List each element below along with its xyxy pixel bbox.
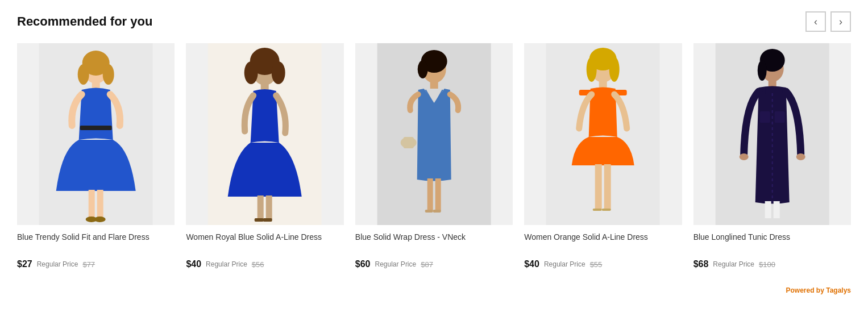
svg-point-47 [757, 60, 766, 81]
product-name-1: Blue Trendy Solid Fit and Flare Dress [17, 232, 175, 255]
product-pricing-4: $40Regular Price$55 [524, 259, 682, 269]
sale-price-1: $27 [17, 259, 32, 269]
section-title: Recommended for you [17, 14, 152, 29]
product-pricing-1: $27Regular Price$77 [17, 259, 175, 269]
product-pricing-2: $40Regular Price$56 [186, 259, 343, 269]
svg-rect-18 [266, 195, 272, 219]
svg-rect-30 [425, 210, 433, 213]
svg-rect-7 [89, 190, 95, 218]
product-image-3 [355, 43, 513, 225]
regular-label-4: Regular Price [544, 260, 585, 268]
product-card-1[interactable]: Blue Trendy Solid Fit and Flare Dress$27… [17, 43, 175, 269]
sale-price-2: $40 [186, 259, 201, 269]
svg-point-4 [103, 64, 114, 85]
next-arrow[interactable]: › [830, 11, 851, 32]
prev-arrow[interactable]: ‹ [805, 11, 826, 32]
svg-rect-27 [404, 137, 414, 148]
svg-rect-8 [97, 190, 103, 218]
svg-point-54 [796, 153, 805, 160]
product-card-4[interactable]: Women Orange Solid A-Line Dress$40Regula… [524, 43, 682, 269]
brand-text: Tagalys [826, 286, 851, 294]
svg-rect-37 [599, 81, 607, 88]
original-price-3: $87 [421, 260, 433, 269]
svg-rect-19 [255, 218, 264, 222]
svg-rect-31 [433, 210, 441, 213]
svg-rect-40 [595, 164, 602, 210]
svg-rect-42 [593, 209, 602, 211]
svg-point-36 [609, 57, 620, 82]
product-name-4: Women Orange Solid A-Line Dress [524, 232, 682, 255]
powered-text: Powered by [786, 286, 824, 294]
svg-rect-55 [765, 201, 771, 218]
product-image-1 [17, 43, 175, 225]
nav-arrows: ‹ › [805, 11, 851, 32]
product-pricing-5: $68Regular Price$100 [693, 259, 851, 269]
regular-label-5: Regular Price [713, 260, 754, 268]
product-card-2[interactable]: Women Royal Blue Solid A-Line Dress$40Re… [186, 43, 343, 269]
svg-rect-52 [774, 111, 784, 123]
svg-point-15 [272, 61, 285, 84]
svg-rect-17 [258, 195, 264, 219]
original-price-2: $56 [252, 260, 264, 269]
svg-point-53 [739, 153, 748, 160]
product-card-3[interactable]: Blue Solid Wrap Dress - VNeck$60Regular … [355, 43, 513, 269]
product-image-2 [186, 43, 343, 225]
svg-rect-51 [759, 111, 770, 123]
section-header: Recommended for you ‹ › [17, 11, 851, 32]
powered-by: Powered by Tagalys [786, 286, 851, 294]
original-price-1: $77 [82, 260, 95, 269]
svg-point-24 [418, 60, 428, 78]
sale-price-4: $40 [524, 259, 539, 269]
svg-rect-6 [80, 126, 112, 130]
recommended-section: Recommended for you ‹ › [17, 11, 851, 269]
product-name-5: Blue Longlined Tunic Dress [693, 232, 851, 255]
regular-label-1: Regular Price [37, 260, 78, 268]
product-pricing-3: $60Regular Price$87 [355, 259, 513, 269]
regular-label-3: Regular Price [375, 260, 417, 268]
svg-point-14 [244, 61, 258, 84]
product-card-5[interactable]: Blue Longlined Tunic Dress$68Regular Pri… [693, 43, 851, 269]
sale-price-5: $68 [693, 259, 709, 269]
products-row: Blue Trendy Solid Fit and Flare Dress$27… [17, 43, 851, 269]
svg-rect-29 [435, 178, 441, 211]
product-name-2: Women Royal Blue Solid A-Line Dress [186, 232, 343, 255]
svg-rect-56 [773, 201, 779, 218]
svg-rect-25 [430, 81, 438, 89]
svg-point-10 [94, 217, 106, 222]
original-price-4: $55 [590, 260, 603, 269]
product-name-3: Blue Solid Wrap Dress - VNeck [355, 232, 513, 255]
svg-rect-41 [604, 164, 611, 210]
regular-label-2: Regular Price [206, 260, 247, 268]
svg-rect-20 [263, 218, 272, 222]
original-price-5: $100 [759, 260, 775, 269]
svg-rect-43 [602, 209, 611, 211]
footer-bar: Powered by Tagalys [17, 286, 851, 294]
svg-point-35 [587, 57, 597, 82]
product-image-5 [693, 43, 851, 225]
product-image-4 [524, 43, 682, 225]
sale-price-3: $60 [355, 259, 371, 269]
svg-rect-28 [427, 178, 433, 211]
svg-point-3 [78, 64, 89, 85]
